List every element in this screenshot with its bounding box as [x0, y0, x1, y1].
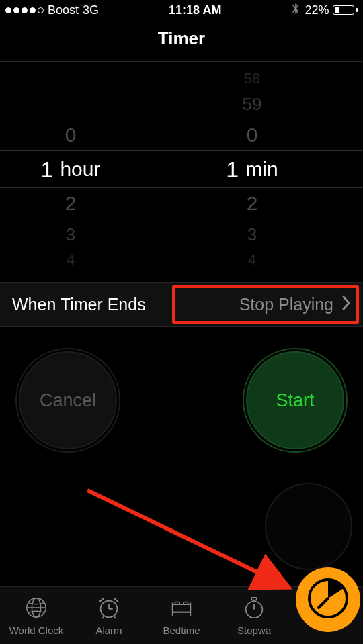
button-row: Cancel Start: [0, 327, 363, 449]
bed-icon: [169, 595, 194, 623]
picker-item: 2: [65, 188, 77, 219]
svg-rect-16: [251, 598, 257, 600]
svg-rect-12: [175, 602, 180, 604]
signal-strength-icon: [5, 7, 44, 13]
status-bar: Boost 3G 11:18 AM 22%: [0, 0, 363, 20]
start-button[interactable]: Start: [246, 351, 344, 449]
chevron-right-icon: [341, 295, 351, 314]
picker-selected-minute: 1min: [226, 150, 278, 188]
network-label: 3G: [83, 3, 99, 17]
battery-pct-label: 22%: [305, 3, 329, 17]
status-right: 22%: [291, 2, 358, 19]
minute-picker-column[interactable]: 58 59 0 1min 2 3 4: [182, 62, 363, 277]
picker-item: 0: [247, 120, 258, 150]
picker-item: 59: [243, 89, 262, 120]
picker-selected-hour: 1hour: [41, 150, 101, 188]
clock-time: 11:18 AM: [169, 3, 221, 17]
when-timer-ends-row[interactable]: When Timer Ends Stop Playing: [0, 282, 363, 327]
svg-line-19: [319, 598, 328, 608]
time-picker[interactable]: 0 1hour 2 3 4 58 59 0 1min 2 3 4: [0, 62, 363, 277]
timer-floating-button[interactable]: [296, 567, 360, 632]
svg-line-6: [102, 616, 104, 618]
tab-label: Bedtime: [163, 625, 200, 636]
cancel-button[interactable]: Cancel: [19, 351, 117, 449]
svg-line-7: [114, 616, 116, 618]
tab-label: Stopwa: [237, 625, 271, 636]
picker-item: 3: [66, 219, 75, 250]
when-timer-ends-value: Stop Playing: [239, 295, 351, 314]
globe-icon: [24, 595, 49, 623]
nav-bar: Timer: [0, 20, 363, 61]
stopwatch-icon: [241, 595, 267, 623]
picker-item: 58: [244, 68, 260, 89]
decorative-circle: [265, 483, 352, 570]
when-timer-ends-label: When Timer Ends: [12, 295, 146, 314]
picker-item: 2: [247, 188, 258, 219]
svg-rect-8: [173, 604, 191, 612]
bluetooth-icon: [291, 2, 300, 19]
tab-alarm[interactable]: Alarm: [73, 595, 145, 636]
tab-label: Alarm: [95, 625, 122, 636]
picker-item: 3: [247, 219, 257, 250]
alarm-clock-icon: [96, 595, 122, 623]
carrier-label: Boost: [48, 3, 79, 17]
svg-rect-13: [184, 602, 188, 604]
timer-icon: [305, 575, 352, 625]
battery-icon: [333, 5, 358, 15]
page-title: Timer: [0, 28, 363, 49]
picker-item: 4: [67, 250, 75, 270]
tab-stopwatch[interactable]: Stopwa: [218, 595, 290, 636]
svg-line-20: [87, 490, 289, 588]
picker-item: 4: [248, 250, 256, 270]
hour-picker-column[interactable]: 0 1hour 2 3 4: [0, 62, 182, 277]
picker-item: 0: [65, 120, 77, 150]
tab-bedtime[interactable]: Bedtime: [145, 595, 218, 636]
status-left: Boost 3G: [5, 3, 99, 17]
tab-label: World Clock: [9, 625, 64, 636]
tab-world-clock[interactable]: World Clock: [0, 595, 73, 636]
